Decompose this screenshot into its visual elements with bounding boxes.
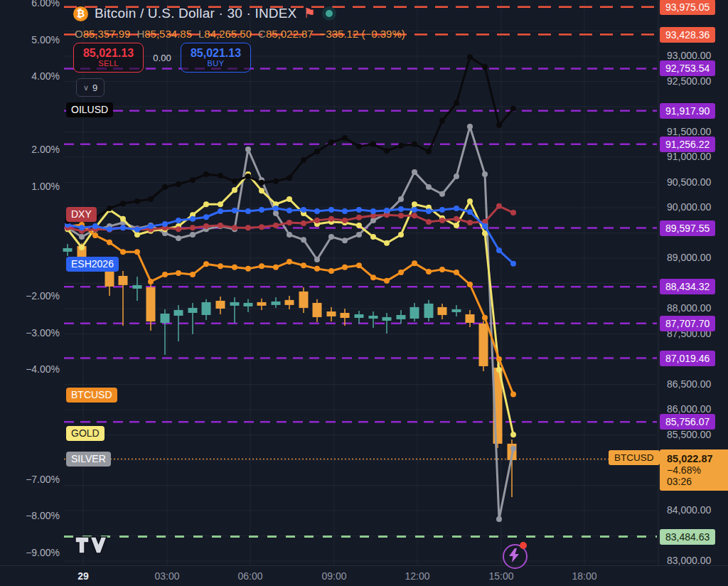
chart-pane[interactable] bbox=[0, 0, 728, 586]
time-axis[interactable]: 2903:0006:0009:0012:0015:0018:00 bbox=[0, 565, 728, 586]
btcusd-marker bbox=[218, 263, 223, 269]
oilusd-symbol-tag[interactable]: OILUSD bbox=[66, 102, 113, 117]
btcusd-marker bbox=[273, 265, 279, 270]
candle-body bbox=[397, 315, 406, 319]
btcusd-marker bbox=[232, 265, 237, 270]
candle-body bbox=[161, 314, 170, 323]
gold-symbol-tag[interactable]: GOLD bbox=[66, 426, 105, 441]
gold-marker bbox=[203, 201, 209, 207]
interval-dropdown[interactable]: ∨ 9 bbox=[76, 78, 105, 97]
gold-marker bbox=[510, 432, 516, 437]
oilusd-marker bbox=[203, 171, 209, 177]
interval-value: 9 bbox=[92, 82, 97, 93]
price-axis-tick: 90,000.00 bbox=[667, 201, 711, 213]
percent-axis-tick: 5.00% bbox=[3, 34, 60, 46]
dxy-marker bbox=[218, 223, 223, 228]
oilusd-marker bbox=[467, 54, 473, 60]
trade-panel: 85,021.13 SELL 0.00 85,021.13 BUY bbox=[73, 43, 251, 73]
tradingview-logo[interactable] bbox=[75, 535, 107, 556]
oilusd-marker bbox=[176, 181, 181, 187]
high-key: H bbox=[136, 28, 144, 40]
candle-body bbox=[119, 276, 128, 285]
symbol-title[interactable]: Bitcoin / U.S. Dollar · 30 · INDEX bbox=[95, 6, 297, 21]
btcusd-marker bbox=[467, 282, 473, 287]
oilusd-marker bbox=[190, 177, 196, 183]
dxy-marker bbox=[412, 213, 417, 218]
buy-button[interactable]: 85,021.13 BUY bbox=[181, 43, 251, 73]
percent-axis-tick: −3.00% bbox=[3, 327, 60, 339]
dxy-marker bbox=[190, 225, 196, 230]
esh2026-marker bbox=[120, 225, 126, 230]
boost-button[interactable] bbox=[501, 542, 528, 569]
oilusd-marker bbox=[439, 118, 445, 124]
low-value: 84,265.50 bbox=[204, 28, 252, 40]
gold-marker bbox=[412, 201, 417, 207]
oilusd-marker bbox=[162, 184, 168, 190]
gold-marker bbox=[218, 201, 223, 207]
time-axis-tick: 12:00 bbox=[396, 570, 439, 582]
bitcoin-logo-icon: ₿ bbox=[73, 6, 88, 21]
btcusd-marker bbox=[148, 279, 154, 284]
gold-marker bbox=[384, 240, 390, 246]
btcusd-symbol-tag[interactable]: BTCUSD bbox=[66, 388, 117, 403]
dxy-marker bbox=[301, 220, 306, 226]
percent-axis[interactable]: 6.00%5.00%4.00%2.00%1.00%−2.00%−3.00%−4.… bbox=[0, 0, 61, 565]
oilusd-marker bbox=[259, 180, 264, 186]
dxy-marker bbox=[176, 226, 181, 232]
silver-symbol-tag[interactable]: SILVER bbox=[66, 452, 111, 467]
esh2026-marker bbox=[510, 261, 516, 267]
candle-body bbox=[133, 285, 142, 289]
silver-marker bbox=[342, 238, 348, 243]
esh2026-marker bbox=[398, 206, 404, 212]
percent-axis-tick: 6.00% bbox=[3, 0, 60, 9]
esh2026-marker bbox=[107, 226, 112, 232]
buy-label: BUY bbox=[208, 59, 225, 68]
candle-body bbox=[230, 302, 240, 306]
price-axis-tick: 86,000.00 bbox=[667, 403, 711, 415]
esh2026-marker bbox=[482, 223, 488, 229]
esh2026-marker bbox=[287, 208, 292, 213]
gold-marker bbox=[287, 196, 292, 202]
percent-axis-tick: 4.00% bbox=[3, 70, 60, 82]
silver-marker bbox=[328, 234, 334, 240]
time-axis-tick: 06:00 bbox=[229, 570, 272, 582]
current-price-label: 85,022.87 −4.68% 03:26 bbox=[660, 449, 728, 491]
silver-marker bbox=[496, 516, 502, 522]
silver-marker bbox=[245, 146, 251, 152]
price-level-label: 93,975.05 bbox=[660, 0, 715, 15]
dxy-marker bbox=[426, 219, 432, 225]
price-axis-tick: 90,500.00 bbox=[667, 176, 711, 188]
esh2026-marker bbox=[176, 218, 181, 223]
gold-marker bbox=[454, 223, 459, 228]
oilusd-marker bbox=[232, 179, 237, 184]
oilusd-marker bbox=[398, 143, 404, 149]
candle-body bbox=[63, 248, 73, 252]
flag-icon[interactable]: ⚑ bbox=[304, 6, 316, 21]
btcusd-marker bbox=[412, 260, 417, 266]
sell-label: SELL bbox=[98, 59, 119, 68]
current-change: −4.68% bbox=[667, 464, 728, 476]
price-level-label: 93,428.36 bbox=[660, 27, 715, 43]
high-value: 85,534.85 bbox=[144, 28, 192, 40]
oilusd-marker bbox=[328, 139, 334, 145]
candle-body bbox=[202, 302, 211, 315]
candle-body bbox=[174, 310, 183, 316]
btcusd-marker bbox=[426, 269, 432, 275]
series-price-tag: BTCUSD bbox=[609, 450, 660, 465]
oilusd-marker bbox=[287, 175, 292, 181]
esh2026-marker bbox=[301, 207, 306, 213]
btcusd-marker bbox=[510, 392, 516, 398]
candle-body bbox=[299, 292, 309, 308]
price-axis-tick: 92,500.00 bbox=[667, 75, 711, 87]
gold-marker bbox=[370, 234, 376, 240]
silver-marker bbox=[356, 232, 362, 238]
sell-button[interactable]: 85,021.13 SELL bbox=[73, 43, 144, 73]
esh2026-symbol-tag[interactable]: ESH2026 bbox=[66, 257, 119, 272]
btcusd-marker bbox=[120, 249, 126, 255]
ohlc-row: O85,357.99 H85,534.85 L84,265.50 C85,022… bbox=[75, 28, 405, 40]
price-level-label: 91,917.90 bbox=[660, 103, 715, 119]
oilusd-marker bbox=[245, 174, 251, 179]
esh2026-marker bbox=[92, 223, 98, 229]
dxy-symbol-tag[interactable]: DXY bbox=[66, 207, 97, 222]
price-level-label: 83,484.63 bbox=[660, 529, 715, 545]
